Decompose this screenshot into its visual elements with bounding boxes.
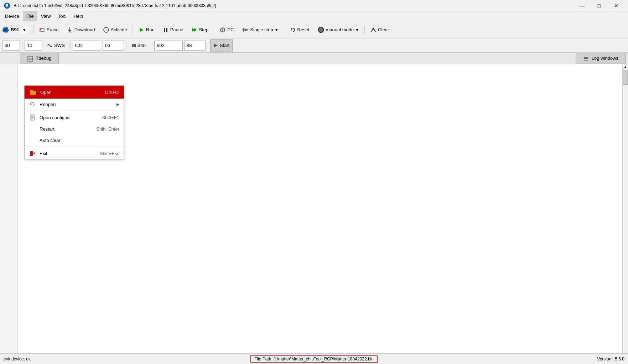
val10-input[interactable]: [25, 41, 42, 51]
sws-label: SWS: [54, 43, 65, 48]
vertical-scrollbar[interactable]: ▲: [622, 64, 628, 364]
clear-label: Clear: [378, 27, 389, 32]
erase-icon: [39, 27, 45, 33]
activate-icon: +: [103, 27, 109, 33]
val602a-input[interactable]: [73, 41, 101, 51]
tab-logwindows[interactable]: Log windows: [576, 53, 626, 64]
start-button[interactable]: Start: [210, 39, 233, 52]
menu-file[interactable]: File: [23, 11, 37, 21]
stall-icon: [132, 43, 136, 48]
clear-button[interactable]: Clear: [367, 23, 392, 36]
start-icon: [213, 43, 218, 48]
menu-item-openconfig[interactable]: Open config.ini Shift+F1: [25, 112, 124, 123]
close-button[interactable]: ✕: [608, 0, 624, 11]
pc-button[interactable]: PC: [216, 23, 237, 36]
val06-input[interactable]: [103, 41, 124, 51]
menu-item-exit[interactable]: Exit Shift+Esc: [25, 148, 124, 159]
menu-item-autoclear[interactable]: Auto clear: [25, 134, 124, 146]
step-icon: [191, 27, 198, 33]
openconfig-label: Open config.ini: [40, 115, 95, 120]
maximize-button[interactable]: □: [591, 0, 607, 11]
download-label: Download: [74, 27, 95, 32]
manualmode-label: manual mode: [326, 27, 354, 32]
scroll-up-btn[interactable]: ▲: [623, 64, 628, 70]
svg-rect-3: [4, 28, 7, 31]
scroll-thumb[interactable]: [623, 70, 628, 85]
step-button[interactable]: Step: [188, 23, 212, 36]
manualmode-arrow[interactable]: ▼: [355, 28, 359, 32]
minimize-button[interactable]: —: [574, 0, 590, 11]
svg-rect-4: [2, 29, 3, 30]
restart-label: Restart: [40, 126, 89, 132]
val88-input[interactable]: [184, 41, 206, 51]
svg-rect-20: [166, 28, 167, 32]
menu-device[interactable]: Device: [1, 11, 23, 21]
title-bar: B BDT connect to 1:usb#vid_248a&pid_5320…: [0, 0, 628, 11]
main-toolbar: B91 ▼ Erase Download +: [0, 21, 628, 38]
menu-item-restart[interactable]: Restart Shift+Enter: [25, 123, 124, 134]
erase-label: Erase: [47, 27, 59, 32]
exit-icon: [29, 150, 36, 157]
open-shortcut: Ctrl+O: [105, 90, 119, 95]
download-button[interactable]: Download: [63, 23, 98, 36]
download-icon: [67, 27, 73, 33]
autoclear-label: Auto clear: [40, 138, 119, 143]
pause-label: Pause: [170, 27, 183, 32]
svg-rect-8: [5, 27, 5, 27]
step-label: Step: [199, 27, 209, 32]
svg-marker-22: [194, 28, 197, 32]
separator-4: [284, 25, 284, 35]
reset-label: Reset: [297, 27, 310, 32]
start-label: Start: [220, 43, 229, 48]
val602b-input[interactable]: [154, 41, 183, 51]
erase-button[interactable]: Erase: [36, 23, 62, 36]
restart-icon: [29, 125, 36, 132]
svg-rect-15: [68, 32, 72, 32]
menu-item-open[interactable]: Open Ctrl+O: [25, 86, 124, 99]
stall-button[interactable]: Stall: [129, 39, 150, 52]
menu-item-reopen[interactable]: Reopen ▶: [25, 99, 124, 110]
tdebug-icon: 0 1 1: [27, 56, 33, 62]
pc-label: PC: [227, 27, 234, 32]
svg-rect-49: [30, 90, 32, 92]
stall-label: Stall: [137, 43, 146, 48]
app-icon: B: [4, 2, 11, 9]
separator-5: [364, 25, 365, 35]
pause-button[interactable]: Pause: [159, 23, 187, 36]
tdebug-label: Tdebug: [36, 56, 51, 61]
singlestep-button[interactable]: Single step ▼: [238, 23, 281, 36]
svg-rect-11: [6, 32, 7, 33]
menu-view[interactable]: View: [37, 11, 55, 21]
separator-6: [22, 40, 22, 51]
chip-icon: [2, 26, 9, 33]
reopen-icon: [29, 101, 36, 108]
run-button[interactable]: Run: [135, 23, 158, 36]
app-window: B BDT connect to 1:usb#vid_248a&pid_5320…: [0, 0, 628, 364]
device-dropdown-btn[interactable]: ▼: [21, 27, 28, 33]
content-area: ▲ ◀ ▶ Open Ctrl+O: [0, 64, 628, 364]
reset-button[interactable]: Reset: [286, 23, 313, 36]
pause-icon: [162, 27, 169, 33]
singlestep-icon: [242, 27, 249, 33]
singlestep-label: Single step: [250, 27, 273, 32]
activate-button[interactable]: + Activate: [100, 23, 130, 36]
svg-text:B: B: [6, 4, 8, 8]
menu-help[interactable]: Help: [70, 11, 87, 21]
singlestep-arrow[interactable]: ▼: [275, 28, 279, 32]
separator-3: [214, 25, 214, 35]
run-icon: [138, 27, 145, 33]
svg-rect-38: [134, 44, 136, 47]
b0-input[interactable]: [2, 41, 20, 51]
sws-button[interactable]: SWS: [44, 39, 68, 52]
sws-icon: [47, 43, 53, 48]
exit-shortcut: Shift+Esc: [100, 151, 119, 156]
tab-area: 0 1 1 Tdebug Log windows: [0, 53, 628, 64]
svg-text:+: +: [105, 28, 107, 32]
menu-tool[interactable]: Tool: [55, 11, 70, 21]
status-filepath: File Path: J:\matter\Matter_chipTool_RCP…: [250, 355, 378, 363]
manualmode-button[interactable]: manual mode ▼: [314, 23, 363, 36]
tab-tdebug[interactable]: 0 1 1 Tdebug: [20, 53, 59, 64]
separator-7: [70, 40, 71, 51]
separator-9: [152, 40, 152, 51]
run-label: Run: [146, 27, 155, 32]
